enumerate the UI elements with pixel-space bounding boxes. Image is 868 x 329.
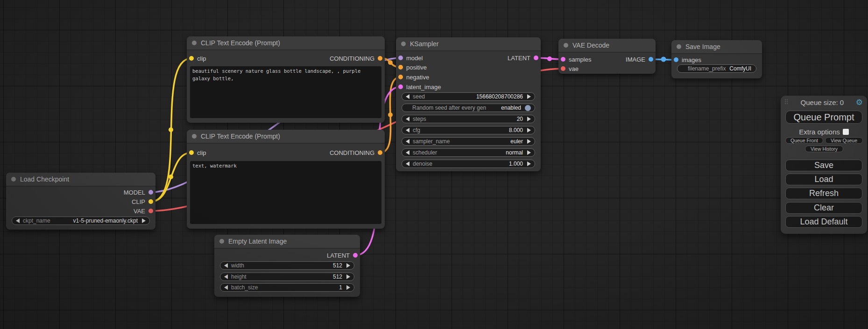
increment-arrow-icon[interactable] (527, 128, 531, 133)
increment-arrow-icon[interactable] (346, 274, 350, 279)
output-slot-latent[interactable]: LATENT (327, 251, 358, 260)
node-save-image[interactable]: Save Image images filename_prefix ComfyU… (671, 40, 762, 78)
decrement-arrow-icon[interactable] (406, 128, 409, 133)
decrement-arrow-icon[interactable] (406, 139, 409, 144)
slot-dot-conditioning[interactable] (398, 75, 403, 79)
extra-options-checkbox[interactable] (843, 129, 849, 135)
prompt-textarea[interactable]: text, watermark (190, 161, 381, 224)
slot-dot-conditioning[interactable] (378, 56, 382, 61)
collapse-dot-icon[interactable] (677, 44, 681, 49)
load-button[interactable]: Load (785, 174, 862, 185)
slot-dot-latent[interactable] (561, 57, 565, 62)
node-header[interactable]: CLIP Text Encode (Prompt) (187, 36, 385, 50)
decrement-arrow-icon[interactable] (224, 285, 228, 290)
node-header[interactable]: CLIP Text Encode (Prompt) (187, 130, 385, 144)
drag-handle-icon[interactable] (785, 99, 789, 105)
slot-dot-clip[interactable] (189, 56, 194, 61)
input-slot-model[interactable]: model (398, 53, 423, 63)
input-slot-vae[interactable]: vae (561, 64, 579, 73)
link-midpoint-dot[interactable] (169, 175, 173, 179)
link-midpoint-dot[interactable] (661, 57, 666, 62)
widget-steps[interactable]: steps 20 (402, 115, 535, 123)
node-header[interactable]: Load Checkpoint (6, 173, 155, 187)
collapse-dot-icon[interactable] (11, 177, 16, 182)
input-slot-clip[interactable]: clip (189, 148, 206, 157)
input-slot-negative[interactable]: negative (398, 72, 429, 82)
widget-height[interactable]: height 512 (220, 273, 354, 281)
node-header[interactable]: Save Image (671, 40, 762, 54)
increment-arrow-icon[interactable] (527, 161, 531, 166)
widget-filename-prefix[interactable]: filename_prefix ComfyUI (677, 64, 756, 73)
prompt-textarea[interactable]: beautiful scenery nature glass bottle la… (190, 66, 381, 118)
link-midpoint-dot[interactable] (169, 127, 173, 132)
slot-dot-clip[interactable] (148, 199, 153, 204)
increment-arrow-icon[interactable] (346, 263, 350, 268)
slot-dot-latent[interactable] (353, 253, 358, 258)
slot-dot-vae[interactable] (148, 209, 153, 213)
input-slot-samples[interactable]: samples (561, 55, 591, 64)
input-slot-positive[interactable]: positive (398, 63, 427, 72)
increment-arrow-icon[interactable] (527, 117, 531, 121)
slot-dot-conditioning[interactable] (398, 65, 403, 70)
canvas[interactable]: Load Checkpoint MODEL CLIP VAE ckpt_name… (0, 0, 868, 329)
slot-dot-clip[interactable] (189, 150, 194, 155)
output-slot-model[interactable]: MODEL (124, 188, 153, 197)
view-history-button[interactable]: View History (805, 146, 843, 152)
refresh-button[interactable]: Refresh (785, 188, 862, 199)
queue-prompt-button[interactable]: Queue Prompt (785, 111, 862, 124)
output-slot-image[interactable]: IMAGE (626, 55, 653, 64)
widget-batch-size[interactable]: batch_size 1 (220, 283, 354, 292)
decrement-arrow-icon[interactable] (406, 161, 409, 166)
gear-icon[interactable]: ⚙︎ (856, 98, 863, 106)
decrement-arrow-icon[interactable] (224, 274, 228, 279)
decrement-arrow-icon[interactable] (406, 94, 409, 99)
link-midpoint-dot[interactable] (388, 60, 393, 65)
node-vae-decode[interactable]: VAE Decode samples vae IMAGE (558, 39, 656, 74)
slot-dot-model[interactable] (148, 190, 153, 195)
input-slot-latent-image[interactable]: latent_image (398, 82, 441, 91)
input-slot-images[interactable]: images (674, 55, 701, 64)
output-slot-latent[interactable]: LATENT (508, 53, 538, 63)
decrement-arrow-icon[interactable] (406, 150, 409, 155)
widget-denoise[interactable]: denoise 1.000 (402, 160, 535, 168)
collapse-dot-icon[interactable] (219, 239, 224, 244)
link-midpoint-dot[interactable] (547, 56, 552, 61)
node-empty-latent-image[interactable]: Empty Latent Image LATENT width 512 heig… (214, 235, 360, 297)
node-header[interactable]: KSampler (396, 37, 541, 51)
output-slot-conditioning[interactable]: CONDITIONING (330, 54, 382, 63)
increment-arrow-icon[interactable] (142, 218, 146, 223)
widget-scheduler[interactable]: scheduler normal (402, 148, 535, 157)
load-default-button[interactable]: Load Default (785, 216, 862, 228)
slot-dot-image[interactable] (674, 57, 678, 62)
increment-arrow-icon[interactable] (527, 150, 531, 155)
decrement-arrow-icon[interactable] (16, 218, 20, 223)
link-midpoint-dot[interactable] (388, 112, 393, 117)
collapse-dot-icon[interactable] (401, 42, 406, 46)
widget-seed[interactable]: seed 156680208700286 (402, 92, 535, 101)
increment-arrow-icon[interactable] (527, 139, 531, 144)
output-slot-conditioning[interactable]: CONDITIONING (330, 148, 382, 157)
save-button[interactable]: Save (785, 160, 862, 171)
node-load-checkpoint[interactable]: Load Checkpoint MODEL CLIP VAE ckpt_name… (6, 173, 155, 230)
node-header[interactable]: Empty Latent Image (214, 235, 360, 249)
output-slot-vae[interactable]: VAE (134, 206, 153, 216)
slot-dot-image[interactable] (649, 57, 653, 62)
node-header[interactable]: VAE Decode (558, 39, 656, 53)
increment-arrow-icon[interactable] (527, 94, 531, 99)
queue-front-button[interactable]: Queue Front (785, 137, 823, 144)
slot-dot-model[interactable] (398, 56, 403, 60)
slot-dot-latent[interactable] (398, 84, 403, 89)
slot-dot-latent[interactable] (534, 56, 538, 60)
slot-dot-conditioning[interactable] (378, 150, 382, 155)
increment-arrow-icon[interactable] (346, 285, 350, 290)
slot-dot-vae[interactable] (561, 66, 565, 71)
toggle-dot-icon[interactable] (525, 105, 531, 111)
widget-ckpt-name[interactable]: ckpt_name v1-5-pruned-emaonly.ckpt (12, 217, 150, 225)
node-clip-text-encode-positive[interactable]: CLIP Text Encode (Prompt) clip CONDITION… (187, 36, 385, 123)
input-slot-clip[interactable]: clip (189, 54, 206, 63)
widget-cfg[interactable]: cfg 8.000 (402, 126, 535, 134)
collapse-dot-icon[interactable] (192, 134, 197, 139)
widget-width[interactable]: width 512 (220, 261, 354, 270)
decrement-arrow-icon[interactable] (224, 263, 228, 268)
collapse-dot-icon[interactable] (192, 41, 197, 45)
